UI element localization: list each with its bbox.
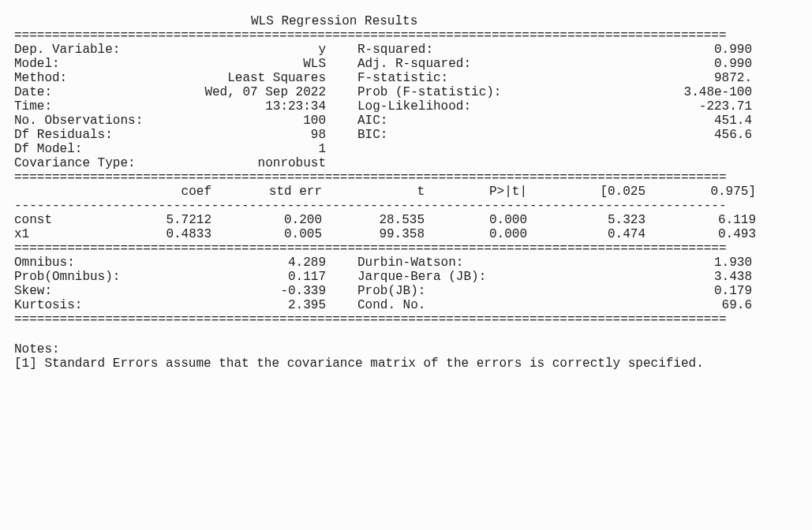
summary-label: Covariance Type: — [14, 156, 168, 170]
coef-value: 0.4833 — [117, 227, 211, 241]
regression-output: WLS Regression Results =================… — [14, 14, 795, 371]
diag-value: 2.395 — [168, 298, 326, 312]
divider: ========================================… — [14, 28, 795, 43]
summary-value: Least Squares — [168, 71, 326, 85]
coef-term: const — [14, 213, 117, 227]
summary-value: 13:23:34 — [168, 99, 326, 114]
summary-value: 9872. — [578, 71, 752, 85]
diag-value: 69.6 — [578, 298, 752, 312]
summary-value — [578, 142, 752, 156]
table-row: Method: Least Squares F-statistic: 9872. — [14, 71, 795, 85]
diag-label: Prob(JB): — [357, 284, 539, 298]
summary-label: F-statistic: — [357, 71, 539, 85]
summary-value: 456.6 — [578, 128, 752, 142]
summary-label: AIC: — [357, 114, 539, 128]
summary-value: Wed, 07 Sep 2022 — [168, 85, 326, 99]
diagnostics-block: Omnibus: 4.289 Durbin-Watson: 1.930 Prob… — [14, 256, 795, 312]
diag-label: Skew: — [14, 284, 168, 298]
summary-value — [578, 156, 752, 170]
divider: ========================================… — [14, 170, 795, 185]
summary-value: 0.990 — [578, 57, 752, 71]
notes-line: [1] Standard Errors assume that the cova… — [14, 356, 795, 371]
coef-stderr: 0.005 — [211, 227, 322, 241]
summary-label: Model: — [14, 57, 168, 71]
summary-label: Time: — [14, 99, 168, 114]
coef-term: x1 — [14, 227, 117, 241]
summary-value: 98 — [168, 128, 326, 142]
summary-label: Adj. R-squared: — [357, 57, 539, 71]
summary-value: -223.71 — [578, 99, 752, 114]
summary-value: 3.48e-100 — [578, 85, 752, 99]
divider: ========================================… — [14, 312, 795, 327]
coef-header: [0.025 — [527, 185, 645, 199]
table-row: x1 0.4833 0.005 99.358 0.000 0.474 0.493 — [14, 227, 795, 241]
coef-ci-hi: 6.119 — [645, 213, 756, 227]
summary-value: WLS — [168, 57, 326, 71]
divider: ========================================… — [14, 241, 795, 256]
summary-label: Log-Likelihood: — [357, 99, 539, 114]
diag-value: 0.179 — [578, 284, 752, 298]
coef-t: 28.535 — [322, 213, 425, 227]
table-row: Df Residuals: 98 BIC: 456.6 — [14, 128, 795, 142]
diag-value: 3.438 — [578, 270, 752, 284]
summary-label — [357, 156, 539, 170]
table-row: Time: 13:23:34 Log-Likelihood: -223.71 — [14, 99, 795, 114]
coef-p: 0.000 — [425, 227, 527, 241]
coef-header: t — [322, 185, 425, 199]
coef-t: 99.358 — [322, 227, 425, 241]
notes-block: Notes: [1] Standard Errors assume that t… — [14, 342, 795, 371]
summary-block: Dep. Variable: y R-squared: 0.990 Model:… — [14, 43, 795, 170]
diag-label: Omnibus: — [14, 256, 168, 270]
page-title: WLS Regression Results — [14, 14, 795, 28]
summary-value: 0.990 — [578, 43, 752, 57]
notes-header: Notes: — [14, 342, 795, 356]
table-row: No. Observations: 100 AIC: 451.4 — [14, 114, 795, 128]
summary-label: Prob (F-statistic): — [357, 85, 539, 99]
table-row: Model: WLS Adj. R-squared: 0.990 — [14, 57, 795, 71]
summary-value: y — [168, 43, 326, 57]
table-row: Date: Wed, 07 Sep 2022 Prob (F-statistic… — [14, 85, 795, 99]
coef-ci-lo: 0.474 — [527, 227, 645, 241]
coef-header: P>|t| — [425, 185, 527, 199]
diag-value: 4.289 — [168, 256, 326, 270]
diag-label: Kurtosis: — [14, 298, 168, 312]
coef-header: std err — [211, 185, 322, 199]
coef-header — [14, 185, 117, 199]
diag-label: Prob(Omnibus): — [14, 270, 168, 284]
coef-ci-hi: 0.493 — [645, 227, 756, 241]
summary-label: No. Observations: — [14, 114, 168, 128]
table-row: Df Model: 1 — [14, 142, 795, 156]
table-row: const 5.7212 0.200 28.535 0.000 5.323 6.… — [14, 213, 795, 227]
table-row: Dep. Variable: y R-squared: 0.990 — [14, 43, 795, 57]
diag-value: 1.930 — [578, 256, 752, 270]
coef-value: 5.7212 — [117, 213, 211, 227]
summary-label — [357, 142, 539, 156]
summary-value: 100 — [168, 114, 326, 128]
summary-label: Date: — [14, 85, 168, 99]
summary-label: Df Model: — [14, 142, 168, 156]
summary-label: R-squared: — [357, 43, 539, 57]
diag-label: Cond. No. — [357, 298, 539, 312]
diag-value: 0.117 — [168, 270, 326, 284]
coef-header: coef — [117, 185, 211, 199]
coef-header-row: coef std err t P>|t| [0.025 0.975] — [14, 185, 795, 199]
diag-label: Jarque-Bera (JB): — [357, 270, 539, 284]
table-row: Prob(Omnibus): 0.117 Jarque-Bera (JB): 3… — [14, 270, 795, 284]
summary-label: Method: — [14, 71, 168, 85]
table-row: Covariance Type: nonrobust — [14, 156, 795, 170]
coef-p: 0.000 — [425, 213, 527, 227]
summary-value: 451.4 — [578, 114, 752, 128]
diag-value: -0.339 — [168, 284, 326, 298]
summary-label: BIC: — [357, 128, 539, 142]
summary-label: Dep. Variable: — [14, 43, 168, 57]
coef-header: 0.975] — [645, 185, 756, 199]
table-row: Skew: -0.339 Prob(JB): 0.179 — [14, 284, 795, 298]
summary-value: 1 — [168, 142, 326, 156]
coef-ci-lo: 5.323 — [527, 213, 645, 227]
divider: ----------------------------------------… — [14, 199, 795, 213]
summary-value: nonrobust — [168, 156, 326, 170]
coef-stderr: 0.200 — [211, 213, 322, 227]
summary-label: Df Residuals: — [14, 128, 168, 142]
table-row: Kurtosis: 2.395 Cond. No. 69.6 — [14, 298, 795, 312]
diag-label: Durbin-Watson: — [357, 256, 539, 270]
